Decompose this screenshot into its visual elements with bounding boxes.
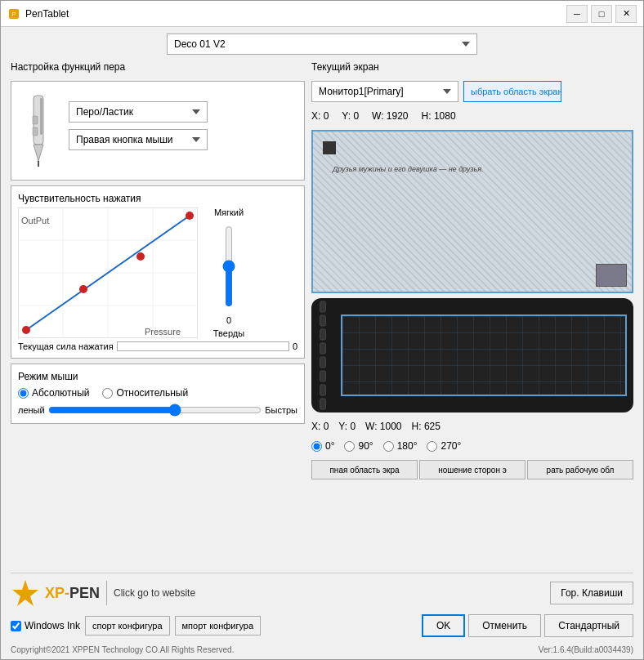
bottom-tab-0[interactable]: пная область экра: [311, 460, 418, 479]
xppen-website-text: Click go to website: [114, 587, 195, 599]
rotation-180-option[interactable]: 180°: [383, 440, 418, 452]
ok-button[interactable]: OK: [422, 614, 465, 637]
rotation-270-label: 270°: [441, 440, 461, 452]
windows-ink-checkbox[interactable]: [11, 621, 21, 631]
speed-slider[interactable]: [48, 404, 262, 417]
screen-label: Текущий экран: [311, 61, 633, 73]
svg-rect-7: [33, 127, 38, 136]
pen-dropdowns: Перо/Ластик Правая кнопка мыши: [69, 88, 297, 150]
bottom-tab-2[interactable]: рать рабочую обл: [527, 460, 633, 479]
svg-text:P: P: [11, 11, 16, 18]
rotation-90-option[interactable]: 90°: [344, 440, 373, 452]
xppen-logo: XP-PEN: [11, 578, 100, 608]
bottom-action-row: Windows Ink спорт конфигура мпорт конфиг…: [11, 611, 633, 640]
fast-label: Быстры: [265, 405, 297, 415]
tablet-y-label: Y: 0: [338, 421, 356, 432]
footer: XP-PEN Click go to website Гор. Клавиши …: [1, 569, 643, 659]
tablet-buttons-left: [320, 301, 326, 410]
pressure-graph[interactable]: [18, 207, 198, 338]
device-dropdown[interactable]: Deco 01 V2: [167, 33, 477, 55]
pressure-label: Чувствительность нажатия: [18, 193, 141, 204]
screen-text-overlay: Друзья мужины и его девушка — не друзья.: [333, 164, 484, 175]
pen-nib-dropdown[interactable]: Перо/Ластик: [69, 101, 208, 123]
rotation-270-radio[interactable]: [427, 441, 437, 452]
pressure-slider[interactable]: [217, 225, 241, 307]
screen-y: 0: [353, 110, 359, 122]
action-buttons: OK Отменить Стандартный: [422, 614, 633, 637]
current-pressure-label: Текущая сила нажатия: [18, 341, 114, 351]
cancel-button[interactable]: Отменить: [468, 614, 541, 637]
pressure-header: Чувствительность нажатия: [18, 193, 297, 204]
monitor-dropdown[interactable]: Монитор1[Primary]: [311, 81, 458, 102]
pen-functions-box: Перо/Ластик Правая кнопка мыши: [11, 81, 305, 181]
import-button[interactable]: мпорт конфигура: [175, 616, 262, 635]
windows-ink-text: Windows Ink: [25, 620, 80, 631]
copyright-text: Copyright©2021 XPPEN Technology CO.All R…: [11, 645, 234, 654]
screen-corner-marker: [323, 141, 336, 154]
tablet-btn-4: [320, 343, 326, 355]
main-content: Настройка функций пера: [1, 58, 643, 569]
windows-ink-label[interactable]: Windows Ink: [11, 620, 80, 631]
screen-x: 0: [324, 110, 329, 122]
rotation-0-radio[interactable]: [311, 441, 322, 452]
tablet-btn-5: [320, 357, 326, 368]
tablet-btn-7: [320, 385, 326, 396]
screen-h: 1080: [434, 110, 456, 122]
screen-w-label: W: 1920: [372, 110, 408, 122]
tablet-btn-8: [320, 399, 326, 410]
tablet-btn-2: [320, 315, 326, 327]
svg-marker-8: [12, 580, 38, 606]
close-button[interactable]: ✕: [615, 5, 637, 23]
relative-mode-option[interactable]: Относительный: [102, 387, 188, 399]
screen-header: Монитор1[Primary] ыбрать область экран: [311, 81, 633, 102]
screen-y-label: Y: 0: [342, 110, 359, 122]
hotkeys-button[interactable]: Гор. Клавиши: [550, 582, 633, 604]
mouse-mode-section: Режим мыши Абсолютный Относительный лены…: [11, 363, 305, 424]
pressure-slider-area: Мягкий 0 Тверды: [204, 207, 253, 338]
tablet-w-label: W: 1000: [365, 421, 401, 432]
tablet-x-label: X: 0: [311, 421, 329, 432]
mouse-mode-radio-group: Абсолютный Относительный: [18, 387, 297, 399]
main-window: P PenTablet ─ □ ✕ Deco 01 V2 Настройка ф…: [0, 0, 644, 660]
bottom-tab-1[interactable]: ношение сторон э: [419, 460, 525, 479]
tablet-area-lines: [342, 316, 625, 395]
absolute-mode-option[interactable]: Абсолютный: [18, 387, 89, 399]
tablet-coords-row: X: 0 Y: 0 W: 1000 H: 625: [311, 421, 633, 432]
version-text: Ver:1.6.4(Build:a0034439): [539, 645, 633, 654]
rotation-90-label: 90°: [358, 440, 373, 452]
screen-preview: Друзья мужины и его девушка — не друзья.: [311, 130, 633, 293]
absolute-label: Абсолютный: [32, 387, 89, 399]
slow-label: леный: [18, 405, 45, 415]
xppen-divider: [106, 581, 107, 605]
screen-area-button[interactable]: ыбрать область экран: [463, 81, 561, 102]
export-button[interactable]: спорт конфигура: [85, 616, 170, 635]
relative-label: Относительный: [116, 387, 188, 399]
rotation-0-label: 0°: [325, 440, 334, 452]
standard-button[interactable]: Стандартный: [544, 614, 633, 637]
svg-rect-3: [40, 98, 42, 135]
screen-h-label: H: 1080: [422, 110, 456, 122]
tablet-active-area: [341, 314, 627, 396]
pressure-bottom: Текущая сила нажатия 0: [18, 341, 297, 351]
maximize-button[interactable]: □: [591, 5, 612, 23]
minimize-button[interactable]: ─: [566, 5, 588, 23]
rotation-270-option[interactable]: 270°: [427, 440, 461, 452]
tablet-device: [311, 298, 633, 412]
footer-top-row: XP-PEN Click go to website Гор. Клавиши: [11, 573, 633, 608]
relative-radio[interactable]: [102, 388, 113, 399]
tablet-btn-1: [320, 301, 326, 313]
rotation-90-radio[interactable]: [344, 441, 355, 452]
soft-label: Мягкий: [214, 207, 244, 217]
title-bar: P PenTablet ─ □ ✕: [1, 1, 643, 27]
screen-w: 1920: [387, 110, 409, 122]
rotation-180-radio[interactable]: [383, 441, 394, 452]
xppen-text: XP-PEN: [45, 585, 100, 602]
pen-functions-label: Настройка функций пера: [11, 61, 305, 73]
pressure-bar: [117, 341, 289, 351]
absolute-radio[interactable]: [18, 388, 29, 399]
rotation-0-option[interactable]: 0°: [311, 440, 334, 452]
tablet-btn-3: [320, 329, 326, 341]
pen-button-dropdown[interactable]: Правая кнопка мыши: [69, 129, 208, 150]
slider-value: 0: [226, 315, 231, 325]
pressure-value-display: 0: [293, 341, 297, 351]
